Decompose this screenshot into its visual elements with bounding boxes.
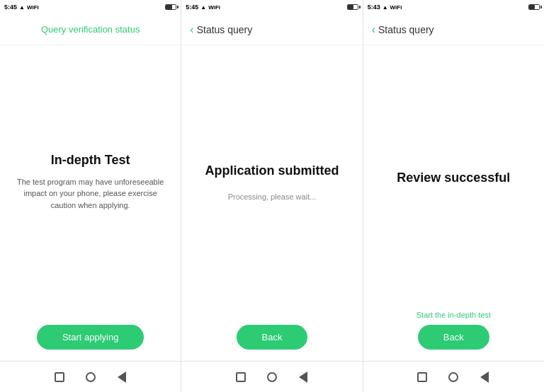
time-3: 5:43 <box>368 4 380 11</box>
time-2: 5:45 <box>186 4 198 11</box>
nav-square-2[interactable] <box>234 370 248 384</box>
screen-2-header: ‹ Status query <box>181 14 362 45</box>
wifi-icon-2: WiFi <box>208 4 220 11</box>
screen-3-footer: Start the in-depth test Back <box>363 311 544 350</box>
screen-3: ‹ Status query Review successful Start t… <box>363 14 544 361</box>
back-arrow-icon-3[interactable]: ‹ <box>372 23 375 36</box>
nav-back-3[interactable] <box>477 370 492 384</box>
start-applying-button[interactable]: Start applying <box>37 325 144 350</box>
screen-3-header: ‹ Status query <box>363 14 544 45</box>
screen-2-content: Application submitted Processing, please… <box>181 45 362 361</box>
wifi-icon-3: WiFi <box>390 4 402 11</box>
screen-1-subtitle: The test program may have unforeseeable … <box>11 176 169 212</box>
nav-back-1[interactable] <box>115 370 129 384</box>
screen-2-header-title: Status query <box>197 24 253 35</box>
nav-circle-3[interactable] <box>446 370 460 384</box>
nav-section-3 <box>363 370 544 384</box>
time-1: 5:45 <box>4 4 17 11</box>
screen-2: ‹ Status query Application submitted Pro… <box>181 14 363 361</box>
start-indepth-link[interactable]: Start the in-depth test <box>416 311 491 319</box>
battery-icon-3 <box>528 4 540 10</box>
screen-3-main-title: Review successful <box>397 171 510 185</box>
screen-1: Query verification status In-depth Test … <box>0 14 181 361</box>
signal-icon-2: ▲ <box>200 4 206 11</box>
screen-2-footer: Back <box>181 325 362 350</box>
nav-circle-2[interactable] <box>265 370 279 384</box>
wifi-icon-1: WiFi <box>27 4 39 11</box>
battery-icon-1 <box>165 4 176 10</box>
back-button-2[interactable]: Back <box>237 325 308 350</box>
screen-2-main-title: Application submitted <box>205 163 339 178</box>
nav-circle-1[interactable] <box>84 370 98 384</box>
screen-1-footer: Start applying <box>0 325 181 350</box>
screen-1-header-title: Query verification status <box>41 24 140 35</box>
back-arrow-icon-2[interactable]: ‹ <box>190 23 193 36</box>
nav-section-2 <box>181 370 362 384</box>
screen-2-processing-text: Processing, please wait... <box>228 192 317 201</box>
signal-icon-1: ▲ <box>19 4 25 11</box>
nav-square-1[interactable] <box>52 370 67 384</box>
screen-1-main-title: In-depth Test <box>51 153 130 168</box>
screen-3-header-title: Status query <box>378 24 434 35</box>
nav-back-2[interactable] <box>296 370 310 384</box>
bottom-nav <box>0 361 544 392</box>
screen-1-content: In-depth Test The test program may have … <box>0 45 181 361</box>
nav-square-3[interactable] <box>415 370 429 384</box>
back-button-3[interactable]: Back <box>418 325 489 350</box>
nav-section-1 <box>0 370 181 384</box>
signal-icon-3: ▲ <box>382 4 388 11</box>
screen-1-header: Query verification status <box>0 14 181 45</box>
battery-icon-2 <box>347 4 358 10</box>
